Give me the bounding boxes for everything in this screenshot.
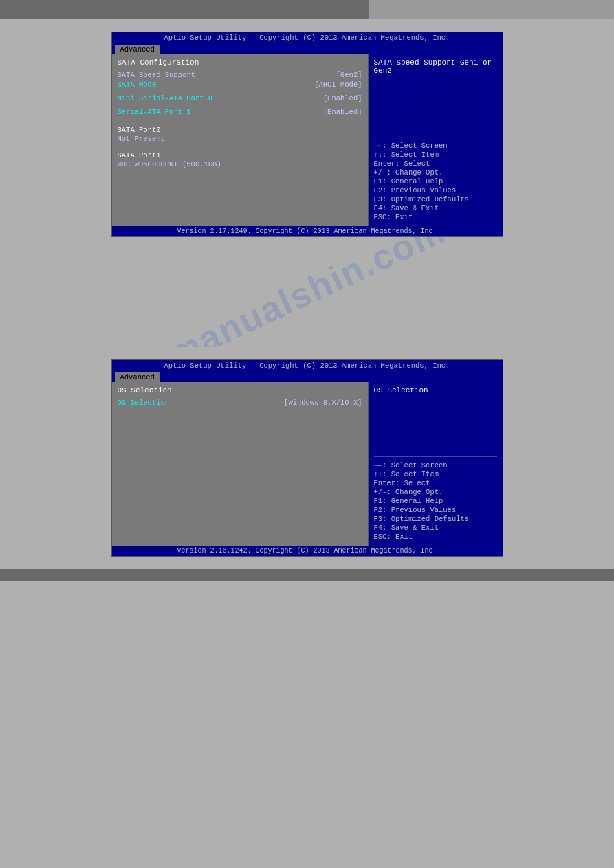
row-value-os-selection: [Windows 8.X/10.X] xyxy=(284,399,362,407)
row-value-mini-sata: [Enabled] xyxy=(323,94,362,102)
help-line: Enter: Select xyxy=(374,479,497,487)
bios1-left-panel: SATA Configuration SATA Speed Support [G… xyxy=(112,54,368,226)
row-value-sata-mode: [AHCI Mode] xyxy=(314,80,362,89)
top-bar-right xyxy=(369,0,614,19)
table-row: Serial-ATA Port 1 [Enabled] xyxy=(118,108,362,116)
bottom-bar xyxy=(0,569,614,581)
help-line: ↑↓: Select Item xyxy=(374,470,497,478)
page-wrapper: Aptio Setup Utility - Copyright (C) 2013… xyxy=(0,0,614,868)
help-line: Enter: Select xyxy=(374,159,497,168)
bios2-right-panel: OS Selection →←: Select Screen ↑↓: Selec… xyxy=(369,382,503,546)
row-value-sata-port1: [Enabled] xyxy=(323,108,362,116)
bios2-section-title: OS Selection xyxy=(118,386,362,394)
bios1-tab-bar: Advanced xyxy=(112,43,503,54)
bios1-section-title: SATA Configuration xyxy=(118,58,362,67)
row-label-sata-port1[interactable]: Serial-ATA Port 1 xyxy=(118,108,320,116)
bios1-header: Aptio Setup Utility - Copyright (C) 2013… xyxy=(112,32,503,43)
bios2-help-divider xyxy=(374,456,497,457)
bios2-footer: Version 2.16.1242. Copyright (C) 2013 Am… xyxy=(112,546,503,556)
row-label-sata-speed: SATA Speed Support xyxy=(118,71,333,79)
block1-sub: Not Present xyxy=(118,135,362,143)
help-line: F3: Optimized Defaults xyxy=(374,515,497,523)
watermark-area: manualshin.com xyxy=(111,237,503,347)
bios1-header-text: Aptio Setup Utility - Copyright (C) 2013… xyxy=(164,34,450,42)
row-label-sata-mode[interactable]: SATA Mode xyxy=(118,80,312,89)
help-line: →←: Select Screen xyxy=(374,461,497,469)
bios-screen-2: Aptio Setup Utility - Copyright (C) 2013… xyxy=(111,359,503,557)
row-label-os-selection[interactable]: OS Selection xyxy=(118,399,282,407)
help-line: F1: General Help xyxy=(374,497,497,505)
block2-sub: WDC WD5000BPKT (500.1GB) xyxy=(118,160,362,168)
help-line: F4: Save & Exit xyxy=(374,204,497,212)
bios2-footer-text: Version 2.16.1242. Copyright (C) 2013 Am… xyxy=(177,547,437,555)
bios2-left-panel: OS Selection OS Selection [Windows 8.X/1… xyxy=(112,382,368,546)
bios1-tab-advanced[interactable]: Advanced xyxy=(115,45,160,54)
bios1-body: SATA Configuration SATA Speed Support [G… xyxy=(112,54,503,226)
bios1-footer: Version 2.17.1249. Copyright (C) 2013 Am… xyxy=(112,226,503,236)
table-row: SATA Mode [AHCI Mode] xyxy=(118,80,362,89)
table-row: Mini Serial-ATA Port 0 [Enabled] xyxy=(118,94,362,102)
help-line: ↑↓: Select Item xyxy=(374,151,497,159)
row-value-sata-speed: [Gen2] xyxy=(336,71,362,79)
help-line: ESC: Exit xyxy=(374,533,497,541)
row-label-mini-sata[interactable]: Mini Serial-ATA Port 0 xyxy=(118,94,320,102)
bios2-help-title: OS Selection xyxy=(374,386,497,394)
block1-title: SATA Port0 xyxy=(118,126,362,134)
watermark-text: manualshin.com xyxy=(162,237,452,347)
block2-title: SATA Port1 xyxy=(118,151,362,159)
bios2-header-text: Aptio Setup Utility - Copyright (C) 2013… xyxy=(164,361,450,370)
top-bar xyxy=(0,0,614,19)
help-line: +/-: Change Opt. xyxy=(374,168,497,177)
help-line: ESC: Exit xyxy=(374,213,497,221)
help-line: F1: General Help xyxy=(374,177,497,186)
bios1-right-panel: SATA Speed Support Gen1 or Gen2 →←: Sele… xyxy=(369,54,503,226)
bios2-tab-advanced[interactable]: Advanced xyxy=(115,372,160,382)
bios2-header: Aptio Setup Utility - Copyright (C) 2013… xyxy=(112,360,503,371)
top-bar-left xyxy=(0,0,369,19)
help-line: F2: Previous Values xyxy=(374,506,497,514)
bios2-body: OS Selection OS Selection [Windows 8.X/1… xyxy=(112,382,503,546)
table-row: OS Selection [Windows 8.X/10.X] xyxy=(118,399,362,407)
bios2-tab-bar: Advanced xyxy=(112,371,503,382)
table-row: SATA Speed Support [Gen2] xyxy=(118,71,362,79)
help-line: F2: Previous Values xyxy=(374,186,497,194)
help-line: F3: Optimized Defaults xyxy=(374,195,497,203)
help-line: F4: Save & Exit xyxy=(374,524,497,532)
bios1-help-divider xyxy=(374,137,497,137)
bios1-help-title: SATA Speed Support Gen1 or Gen2 xyxy=(374,58,497,75)
bios-screen-1: Aptio Setup Utility - Copyright (C) 2013… xyxy=(111,32,503,237)
help-line: →←: Select Screen xyxy=(374,142,497,150)
help-line: +/-: Change Opt. xyxy=(374,488,497,496)
bios1-footer-text: Version 2.17.1249. Copyright (C) 2013 Am… xyxy=(177,227,437,235)
